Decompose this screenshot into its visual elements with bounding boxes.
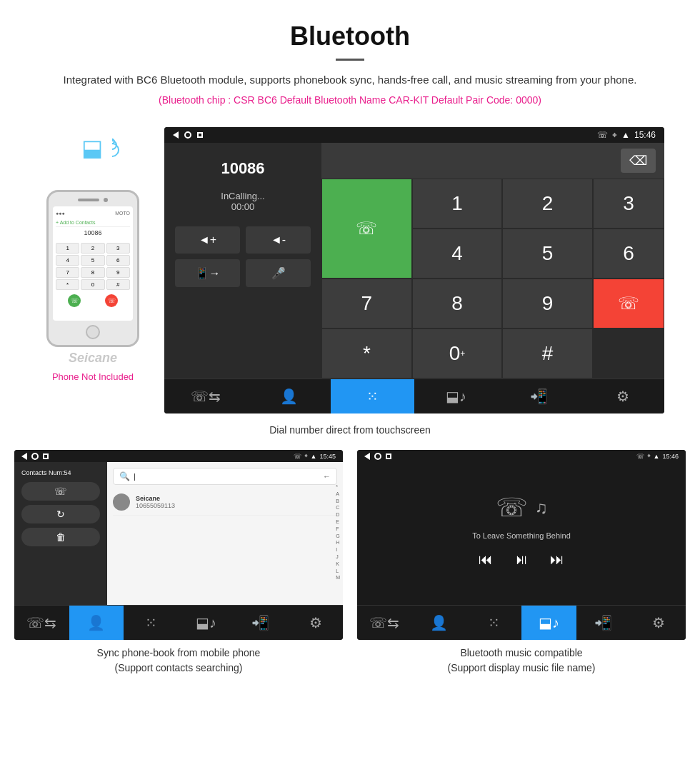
music-recent-icon xyxy=(386,453,391,459)
hu-key-7[interactable]: 7 xyxy=(321,279,412,329)
hu-navbar: ☏⇆ 👤 ⁙ ⬓♪ 📲 ⚙ xyxy=(164,379,664,413)
wifi-icon: ▲ xyxy=(621,130,630,140)
hu-key-star[interactable]: * xyxy=(321,329,412,379)
hu-key-3[interactable]: 3 xyxy=(593,179,664,229)
recent-icon xyxy=(197,132,203,138)
contacts-nav-settings[interactable]: ⚙ xyxy=(288,606,343,640)
music-play-btn[interactable]: ⏯ xyxy=(514,551,529,568)
title-divider xyxy=(336,59,364,61)
contacts-search-text[interactable]: | xyxy=(134,472,319,481)
contacts-nav-exit[interactable]: 📲 xyxy=(234,606,289,640)
seicane-watermark: Seicane xyxy=(69,351,117,366)
contacts-phone-icon: ☏ xyxy=(294,453,301,460)
contacts-count: Contacts Num:54 xyxy=(21,469,100,476)
hu-key-1[interactable]: 1 xyxy=(412,179,503,229)
bluetooth-icon-area: ⬓ xyxy=(81,134,119,161)
phone-screen: ●●● MOTO + Add to Contacts 10086 1 2 3 4… xyxy=(53,206,133,321)
contacts-refresh-btn[interactable]: ↻ xyxy=(21,505,100,523)
contacts-caption-line1: Sync phone-book from mobile phone xyxy=(14,646,343,661)
music-icon-area: ☏ ♫ xyxy=(496,493,548,523)
contact-info: Seicane 10655059113 xyxy=(136,495,175,509)
hu-key-2[interactable]: 2 xyxy=(502,179,593,229)
contacts-nav-contacts[interactable]: 👤 xyxy=(69,606,124,640)
phone-top-bar xyxy=(53,198,133,202)
music-nav-phone[interactable]: ☏⇆ xyxy=(357,606,412,640)
main-caption: Dial number direct from touchscreen xyxy=(0,424,700,436)
hu-key-6[interactable]: 6 xyxy=(593,229,664,279)
contacts-nav-bluetooth[interactable]: ⬓♪ xyxy=(179,606,234,640)
music-controls: ⏮ ⏯ ⏭ xyxy=(479,551,564,568)
header-description: Integrated with BC6 Bluetooth module, su… xyxy=(14,71,686,89)
contacts-navbar: ☏⇆ 👤 ⁙ ⬓♪ 📲 ⚙ xyxy=(14,605,343,640)
phone-add-contacts: + Add to Contacts xyxy=(56,219,130,227)
music-nav-bluetooth[interactable]: ⬓♪ xyxy=(521,606,576,640)
phone-bottom-buttons: ☏ ☏ xyxy=(56,294,130,307)
hu-nav-settings[interactable]: ⚙ xyxy=(581,379,664,413)
phone-status-left: ●●● xyxy=(56,211,65,216)
music-song-title: To Leave Something Behind xyxy=(472,531,571,540)
music-nav-dialpad[interactable]: ⁙ xyxy=(466,606,521,640)
contacts-search-back[interactable]: ← xyxy=(323,472,331,481)
phone-key-2: 2 xyxy=(81,243,104,254)
hu-vol-up[interactable]: ◄+ xyxy=(175,226,240,254)
hu-nav-contacts[interactable]: 👤 xyxy=(248,379,331,413)
hu-nav-dialpad[interactable]: ⁙ xyxy=(331,379,414,413)
hu-calling-status: InCalling... 00:00 xyxy=(175,191,311,212)
hu-backspace-btn[interactable]: ⌫ xyxy=(621,149,656,173)
hu-key-0plus[interactable]: 0+ xyxy=(412,329,503,379)
bluetooth-icon: ⬓ xyxy=(81,134,103,161)
contacts-back-icon xyxy=(21,453,27,460)
hu-key-hash[interactable]: # xyxy=(502,329,593,379)
hu-end-button[interactable]: ☏ xyxy=(593,279,664,329)
contacts-delete-btn[interactable]: 🗑 xyxy=(21,528,100,546)
phone-screen-header: ●●● MOTO xyxy=(56,211,130,216)
hu-nav-phone-exit[interactable]: 📲 xyxy=(498,379,581,413)
contacts-home-icon xyxy=(31,453,39,460)
music-phone-call-icon: ☏ xyxy=(496,493,528,523)
hu-call-button[interactable]: ☏ xyxy=(321,179,412,279)
contacts-alpha-index: * A B C D E F G H I J K L M xyxy=(336,483,340,581)
phone-end-button: ☏ xyxy=(105,294,118,307)
phone-key-8: 8 xyxy=(81,267,104,278)
phone-speaker xyxy=(78,199,99,201)
hu-nav-phone-transfer[interactable]: ☏⇆ xyxy=(164,379,248,413)
contacts-recent-icon xyxy=(43,453,49,459)
music-nav-exit[interactable]: 📲 xyxy=(576,606,631,640)
music-location-icon: ⌖ xyxy=(647,452,651,460)
hu-nav-bluetooth[interactable]: ⬓♪ xyxy=(414,379,498,413)
contacts-location-icon: ⌖ xyxy=(304,452,308,460)
contact-number: 10655059113 xyxy=(136,502,175,509)
hu-mic[interactable]: 🎤 xyxy=(246,259,311,287)
hu-dialpad-area: ⌫ 1 2 3 ☏ 4 5 6 7 8 9 ☏ * 0+ xyxy=(321,143,664,379)
hu-vol-down[interactable]: ◄- xyxy=(246,226,311,254)
hu-screenshot: ☏ ⌖ ▲ 15:46 10086 InCalling... 00:00 ◄+ … xyxy=(164,127,664,413)
music-wifi-icon: ▲ xyxy=(654,453,660,460)
hu-phone-transfer[interactable]: 📱→ xyxy=(175,259,240,287)
hu-key-9[interactable]: 9 xyxy=(502,279,593,329)
contacts-nav-dialpad[interactable]: ⁙ xyxy=(124,606,179,640)
music-caption-line2: (Support display music file name) xyxy=(357,661,686,676)
phone-call-button: ☏ xyxy=(68,294,81,307)
phone-key-6: 6 xyxy=(106,255,130,266)
music-back-icon xyxy=(364,453,370,460)
music-next-btn[interactable]: ⏭ xyxy=(550,551,564,568)
phone-mockup: ●●● MOTO + Add to Contacts 10086 1 2 3 4… xyxy=(46,190,139,347)
contacts-time: 15:45 xyxy=(319,453,336,460)
phone-dial-grid: 1 2 3 4 5 6 7 8 9 * 0 # xyxy=(56,243,130,290)
hu-key-4[interactable]: 4 xyxy=(412,229,503,279)
contacts-call-btn[interactable]: ☏ xyxy=(21,482,100,501)
hu-key-8[interactable]: 8 xyxy=(412,279,503,329)
contacts-screen: Contacts Num:54 ☏ ↻ 🗑 🔍 | ← Sei xyxy=(14,462,343,605)
phone-home-button xyxy=(86,325,100,339)
contact-item[interactable]: Seicane 10655059113 xyxy=(113,489,337,516)
home-icon xyxy=(184,131,191,139)
music-prev-btn[interactable]: ⏮ xyxy=(479,551,493,568)
contacts-nav-phone[interactable]: ☏⇆ xyxy=(14,606,69,640)
hu-calling-label: InCalling... xyxy=(175,191,311,201)
hu-main-area: 10086 InCalling... 00:00 ◄+ ◄- 📱→ 🎤 ⌫ xyxy=(164,143,664,379)
hu-key-5[interactable]: 5 xyxy=(502,229,593,279)
music-nav-settings[interactable]: ⚙ xyxy=(631,606,686,640)
music-nav-contacts[interactable]: 👤 xyxy=(412,606,467,640)
music-home-icon xyxy=(374,453,381,460)
contacts-sidebar: Contacts Num:54 ☏ ↻ 🗑 xyxy=(14,462,107,605)
